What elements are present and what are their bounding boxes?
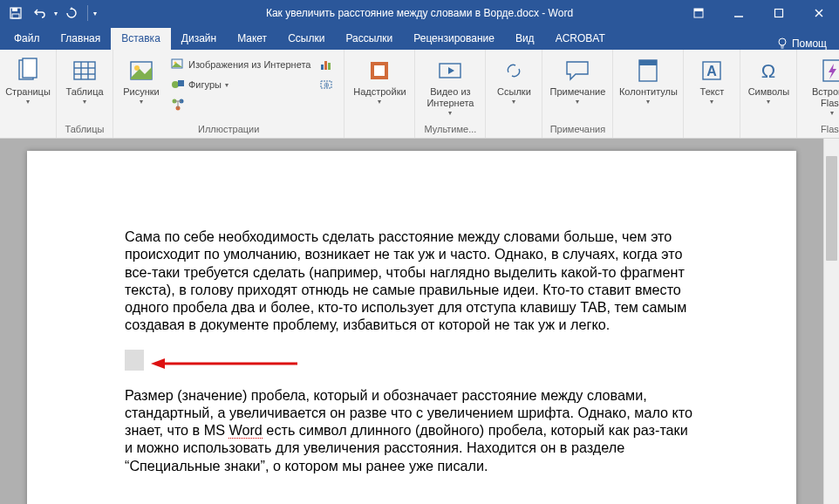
svg-marker-38	[448, 67, 454, 74]
table-button[interactable]: Таблица▾	[60, 55, 109, 108]
video-icon	[436, 57, 464, 85]
spellcheck-underline[interactable]: Word	[229, 422, 262, 439]
menu-tab-дизайн[interactable]: Дизайн	[171, 28, 227, 50]
ribbon-group: Примечание▾Примечания	[542, 50, 613, 138]
shapes-button[interactable]: Фигуры▾	[167, 75, 314, 94]
red-arrow-annotation	[151, 358, 299, 370]
ribbon: Страницы▾Таблица▾ТаблицыРисунки▾Изображе…	[0, 50, 839, 139]
ribbon-group-label	[617, 134, 679, 136]
addins-icon	[365, 57, 393, 85]
online-pics-icon	[171, 58, 185, 72]
window-controls	[679, 0, 839, 26]
menu-tabs-bar: ФайлГлавнаяВставкаДизайнМакетСсылкиРассы…	[0, 26, 839, 50]
ribbon-group-label	[687, 134, 736, 136]
svg-rect-6	[775, 10, 783, 17]
pages-button[interactable]: Страницы▾	[3, 55, 52, 108]
comment-button[interactable]: Примечание▾	[546, 55, 609, 108]
selection-mark	[125, 350, 144, 371]
svg-rect-2	[12, 14, 19, 18]
ribbon-group: Таблица▾Таблицы	[57, 50, 113, 138]
svg-point-23	[172, 81, 179, 88]
svg-rect-1	[12, 8, 17, 11]
ribbon-group-label: Мультиме...	[419, 124, 481, 136]
ribbon-group-label: Flash	[801, 124, 839, 136]
smartart-icon	[171, 98, 185, 112]
menu-tab-файл[interactable]: Файл	[3, 28, 51, 50]
ribbon-group-label	[489, 134, 538, 136]
cursor-indicator-block	[125, 350, 699, 374]
table-icon	[71, 57, 99, 85]
header-button[interactable]: Колонтитулы▾	[617, 55, 679, 108]
scroll-thumb[interactable]	[826, 156, 837, 261]
comment-icon	[563, 57, 591, 85]
svg-rect-36	[374, 65, 385, 76]
maximize-button[interactable]	[759, 0, 799, 26]
links-button[interactable]: Ссылки▾	[489, 55, 538, 108]
paragraph-2[interactable]: Размер (значение) пробела, который и обо…	[125, 386, 699, 474]
screenshot-button[interactable]: ⊕	[316, 75, 340, 94]
redo-button[interactable]	[61, 3, 82, 24]
ribbon-group: Рисунки▾Изображения из ИнтернетаФигуры▾⊕…	[113, 50, 344, 138]
svg-text:Ω: Ω	[761, 60, 775, 82]
svg-rect-31	[324, 61, 327, 70]
menu-tab-вид[interactable]: Вид	[505, 28, 545, 50]
svg-rect-13	[23, 58, 37, 78]
flash-button[interactable]: ВстроитьFlash▾	[801, 55, 839, 119]
symbol-icon: Ω	[754, 57, 782, 85]
svg-marker-46	[151, 358, 165, 369]
menu-tab-вставка[interactable]: Вставка	[111, 28, 171, 50]
chart-button[interactable]	[316, 55, 340, 74]
svg-rect-40	[639, 60, 657, 65]
page[interactable]: Сама по себе необходимость сделать расст…	[27, 151, 796, 504]
links-icon	[500, 57, 528, 85]
chart-icon	[319, 58, 333, 72]
document-area[interactable]: Сама по себе необходимость сделать расст…	[0, 139, 823, 504]
svg-rect-4	[694, 9, 703, 11]
document-title: Как увеличить расстояние между словами в…	[266, 7, 573, 19]
ribbon-group: Видео изИнтернета▾Мультиме...	[415, 50, 486, 138]
undo-button[interactable]	[30, 3, 51, 24]
header-icon	[634, 57, 662, 85]
textbox-icon: A	[698, 57, 726, 85]
ribbon-group: ВстроитьFlash▾Flash	[797, 50, 839, 138]
svg-rect-14	[74, 62, 95, 79]
ribbon-group-label: Иллюстрации	[117, 124, 340, 136]
svg-point-9	[779, 38, 786, 45]
ribbon-display-options-button[interactable]	[679, 0, 719, 26]
textbox-button[interactable]: AТекст▾	[687, 55, 736, 108]
close-button[interactable]	[799, 0, 839, 26]
smartart-button[interactable]	[167, 95, 314, 114]
lightbulb-icon	[776, 37, 788, 50]
menu-tab-макет[interactable]: Макет	[227, 28, 277, 50]
flash-icon	[818, 57, 839, 85]
help-label: Помощ	[792, 37, 827, 50]
ribbon-group: Надстройки▾	[344, 50, 415, 138]
symbol-button[interactable]: ΩСимволы▾	[744, 55, 793, 108]
svg-rect-30	[321, 65, 324, 70]
menu-tab-главная[interactable]: Главная	[51, 28, 112, 50]
tell-me-help[interactable]: Помощ	[767, 37, 836, 50]
shapes-icon	[171, 78, 185, 92]
menu-tab-ссылки[interactable]: Ссылки	[277, 28, 335, 50]
pictures-icon	[127, 57, 155, 85]
menu-tab-acrobat[interactable]: ACROBAT	[545, 28, 616, 50]
svg-rect-24	[178, 80, 184, 86]
pictures-button[interactable]: Рисунки▾	[117, 55, 166, 108]
svg-text:A: A	[707, 64, 718, 78]
vertical-scrollbar[interactable]	[823, 139, 839, 504]
ribbon-group-label	[3, 134, 52, 136]
pages-icon	[14, 57, 42, 85]
paragraph-1[interactable]: Сама по себе необходимость сделать расст…	[125, 228, 699, 334]
save-button[interactable]	[5, 3, 26, 24]
svg-text:⊕: ⊕	[324, 81, 330, 89]
menu-tab-рассылки[interactable]: Рассылки	[335, 28, 403, 50]
video-button[interactable]: Видео изИнтернета▾	[419, 55, 481, 119]
titlebar: ▾ ▾ Как увеличить расстояние между слова…	[0, 0, 839, 26]
ribbon-group: Страницы▾	[0, 50, 57, 138]
screenshot-icon: ⊕	[319, 78, 333, 92]
online-pics-button[interactable]: Изображения из Интернета	[167, 55, 314, 74]
menu-tab-рецензирование[interactable]: Рецензирование	[403, 28, 505, 50]
minimize-button[interactable]	[719, 0, 759, 26]
svg-rect-32	[328, 63, 331, 70]
addins-button[interactable]: Надстройки▾	[348, 55, 411, 108]
